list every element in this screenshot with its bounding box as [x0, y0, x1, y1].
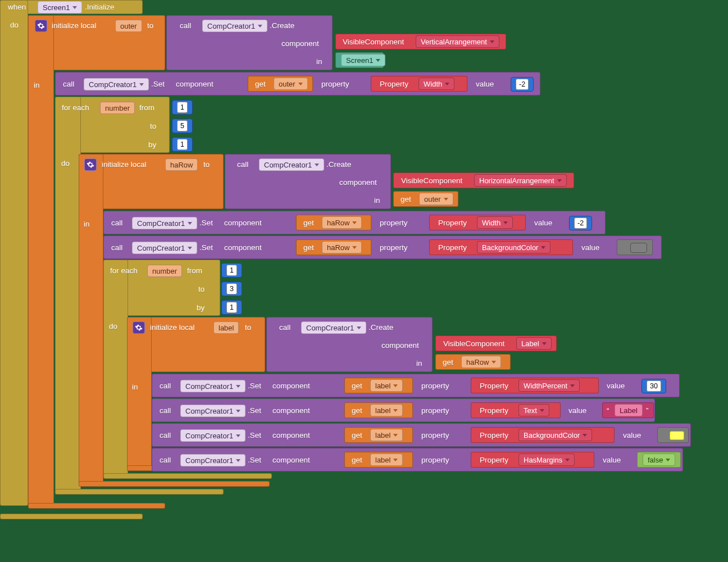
get-label-4: get — [303, 243, 314, 252]
width-dd-1[interactable]: Width — [418, 78, 454, 90]
property-label-5: property — [421, 406, 449, 415]
in-label-3: in — [374, 196, 380, 205]
num-neg2-1[interactable]: -2 — [511, 77, 534, 92]
width-dd-2[interactable]: Width — [477, 216, 513, 229]
compcreator-dd-2[interactable]: CompCreator1 — [84, 78, 149, 90]
label-dd-1[interactable]: label — [370, 379, 403, 392]
to-label-3: to — [198, 285, 204, 293]
bg-dd-2[interactable]: BackgroundColor — [518, 429, 592, 441]
in-label-outer: in — [34, 81, 40, 89]
compcreator-dd-6[interactable]: CompCreator1 — [301, 321, 366, 334]
margins-dd[interactable]: HasMargins — [518, 454, 575, 466]
num-by-1[interactable]: 1 — [172, 137, 193, 152]
component-label-3: component — [339, 178, 377, 187]
compcreator-dd-8[interactable]: CompCreator1 — [180, 405, 245, 417]
call-label-10: call — [160, 456, 171, 464]
property-text-7: Property — [480, 456, 508, 464]
var-outer[interactable]: outer — [115, 20, 142, 32]
outer-dd-1[interactable]: outer — [274, 78, 308, 90]
set-label-6: .Set — [248, 431, 261, 439]
foreach-label-1: for each — [62, 103, 89, 112]
number-var-2[interactable]: number — [147, 265, 182, 277]
gear-icon-3[interactable] — [133, 321, 145, 334]
set-label-7: .Set — [248, 456, 261, 464]
value-label-6: value — [623, 431, 641, 439]
compcreator-dd-1[interactable]: CompCreator1 — [202, 20, 267, 32]
from-label-2: from — [187, 266, 202, 275]
num-by-1b[interactable]: 1 — [221, 300, 242, 315]
when-block-footer — [0, 514, 143, 519]
create-label-2: .Create — [326, 160, 351, 169]
bg-dd-1[interactable]: BackgroundColor — [477, 241, 550, 253]
do-label-2: do — [61, 159, 70, 167]
to-label-1: to — [150, 122, 156, 130]
get-label-1: get — [255, 80, 266, 88]
property-text-6: Property — [480, 431, 508, 439]
num-from-1[interactable]: 1 — [172, 100, 193, 115]
number-var-1[interactable]: number — [100, 102, 135, 114]
text-dd[interactable]: Text — [518, 404, 549, 416]
set-label-5: .Set — [248, 406, 261, 415]
gear-icon-2[interactable] — [84, 158, 97, 171]
set-label-1: .Set — [151, 80, 165, 88]
property-label-4: property — [421, 382, 449, 390]
component-label-10: component — [272, 456, 310, 464]
string-label-text[interactable]: Label — [615, 404, 643, 416]
num-from-1b[interactable]: 1 — [221, 263, 242, 278]
compcreator-dd-4[interactable]: CompCreator1 — [132, 217, 197, 229]
outer-dd-2[interactable]: outer — [419, 193, 453, 205]
num-30[interactable]: 30 — [641, 379, 666, 393]
when-block-body — [0, 0, 28, 506]
init-local-label-3: initialize local — [150, 323, 195, 332]
property-text-4: Property — [480, 382, 508, 390]
false-dd[interactable]: false — [643, 454, 675, 466]
value-label-5: value — [568, 406, 586, 415]
gear-icon[interactable] — [35, 20, 47, 32]
var-harow[interactable]: haRow — [165, 158, 198, 171]
screen1-dd-2[interactable]: Screen1 — [341, 54, 385, 66]
property-text-1: Property — [380, 80, 408, 88]
num-to-3[interactable]: 3 — [221, 282, 242, 296]
compcreator-dd-7[interactable]: CompCreator1 — [180, 380, 245, 392]
yellow-swatch — [670, 431, 684, 440]
compcreator-dd-5[interactable]: CompCreator1 — [132, 242, 197, 254]
create-label-1: .Create — [270, 21, 294, 30]
harow-dd-3[interactable]: haRow — [461, 356, 501, 368]
screen1-dropdown[interactable]: Screen1 — [38, 1, 82, 13]
compcreator-dd-10[interactable]: CompCreator1 — [180, 454, 245, 466]
to-label: to — [147, 21, 153, 30]
compcreator-dd-9[interactable]: CompCreator1 — [180, 429, 245, 442]
blockly-workspace[interactable]: when Screen1 .Initialize do initialize l… — [0, 0, 693, 519]
num-neg2-2[interactable]: -2 — [569, 216, 592, 230]
property-label-1: property — [321, 80, 349, 88]
label-dd-2[interactable]: label — [370, 404, 403, 416]
label-dd-4[interactable]: label — [370, 454, 403, 466]
viscomp-label-3: VisibleComponent — [443, 339, 504, 348]
harow-dd-2[interactable]: haRow — [322, 241, 362, 253]
component-label-4: component — [224, 219, 262, 227]
label-comp-dd[interactable]: Label — [516, 337, 552, 350]
compcreator-dd-3[interactable]: CompCreator1 — [259, 158, 324, 171]
viscomp-label-2: VisibleComponent — [401, 176, 462, 185]
property-text-2: Property — [438, 219, 467, 227]
property-label-7: property — [421, 456, 449, 464]
call-label-5: call — [111, 243, 122, 252]
call-label-2: call — [63, 80, 74, 88]
horiz-dd[interactable]: HorizontalArrangement — [474, 174, 567, 187]
in-label-5: in — [416, 359, 422, 368]
label-dd-3[interactable]: label — [370, 429, 403, 441]
get-label-7: get — [352, 406, 362, 415]
widthpct-dd[interactable]: WidthPercent — [518, 379, 580, 392]
harow-dd-1[interactable]: haRow — [322, 216, 362, 229]
property-label-3: property — [380, 243, 408, 252]
by-label-1: by — [148, 140, 156, 149]
component-label-5: component — [224, 243, 262, 252]
num-to-5[interactable]: 5 — [172, 119, 193, 133]
foreach-inner-side — [103, 260, 128, 478]
var-label[interactable]: label — [213, 321, 239, 334]
vertical-dd[interactable]: VerticalArrangement — [416, 35, 499, 48]
component-label-6: component — [381, 341, 419, 350]
gray-swatch — [630, 243, 647, 253]
get-label-5: get — [443, 358, 453, 366]
initialize-label: .Initialize — [85, 3, 115, 11]
